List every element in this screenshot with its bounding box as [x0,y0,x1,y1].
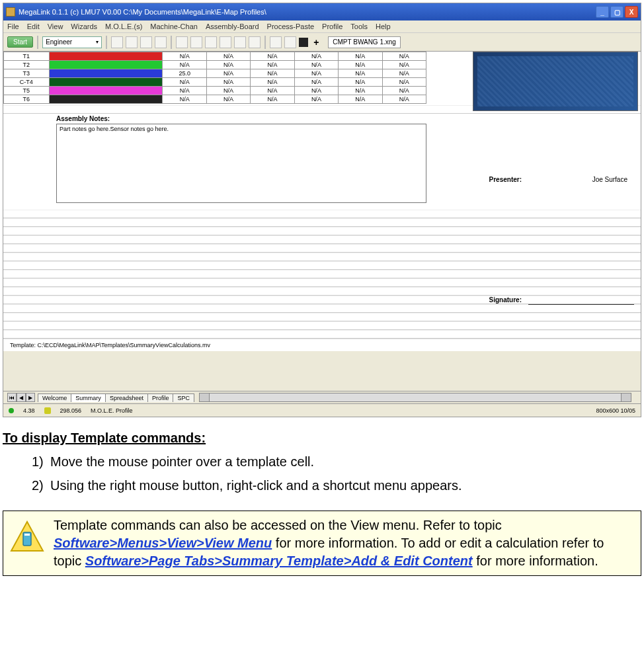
tab-spc[interactable]: SPC [173,393,194,402]
data-cell[interactable]: N/A [251,95,294,104]
toolbar-icon[interactable] [284,36,296,48]
data-cell[interactable]: N/A [163,78,206,87]
data-cell[interactable]: N/A [163,61,206,69]
tab-summary[interactable]: Summary [71,393,106,402]
menu-machine[interactable]: Machine-Chan [150,22,198,30]
menu-moles[interactable]: M.O.L.E.(s) [105,22,142,30]
data-cell[interactable]: 25.0 [163,69,206,78]
data-cell[interactable]: N/A [163,95,206,104]
data-cell[interactable]: N/A [294,69,338,78]
user-combo[interactable]: Engineer [42,36,102,48]
close-button[interactable]: X [625,6,638,18]
toolbar-icon[interactable] [220,36,231,48]
data-cell[interactable]: N/A [339,61,382,69]
data-cell[interactable]: N/A [339,78,382,87]
data-cell[interactable]: N/A [382,95,426,104]
toolbar-icon[interactable] [190,36,202,48]
toolbar-icon[interactable] [111,36,123,48]
menu-assembly[interactable]: Assembly-Board [206,22,259,30]
toolbar-icon[interactable] [140,36,152,48]
table-row[interactable]: T2N/AN/AN/AN/AN/AN/A [4,61,426,69]
tab-welcome[interactable]: Welcome [38,393,71,402]
tab-spreadsheet[interactable]: Spreadsheet [105,393,148,402]
data-cell[interactable]: N/A [206,95,250,104]
data-cell[interactable]: N/A [382,52,426,61]
data-cell[interactable]: N/A [206,52,250,61]
menu-wizards[interactable]: Wizards [71,22,97,30]
filename-field[interactable]: CMPT BWANG 1.xng [328,36,401,48]
toolbar-separator [171,36,172,49]
row-number: C-T4 [4,78,50,87]
tab-next-button[interactable]: ▶ [26,393,35,402]
data-cell[interactable]: N/A [294,78,338,87]
start-button[interactable]: Start [7,36,33,48]
data-cell[interactable]: N/A [294,61,338,69]
toolbar-icon[interactable] [205,36,217,48]
menu-process[interactable]: Process-Paste [267,22,315,30]
toolbar-icon[interactable] [155,36,167,48]
table-row[interactable]: T5N/AN/AN/AN/AN/AN/A [4,87,426,95]
presenter-label: Presenter: [489,176,522,183]
data-cell[interactable]: N/A [251,78,294,87]
empty-grid-rows-2 [3,351,641,391]
data-cell[interactable]: N/A [294,52,338,61]
status-value-1: 4.38 [23,407,35,414]
horizontal-scrollbar[interactable] [199,393,631,402]
menu-view[interactable]: View [48,22,63,30]
data-cell[interactable]: N/A [382,69,426,78]
data-cell[interactable]: N/A [251,52,294,61]
toolbar-icon[interactable] [176,36,188,48]
status-resolution: 800x600 10/05 [596,407,635,414]
instructions-heading: To display Template commands: [3,430,641,446]
toolbar-icon[interactable] [270,36,282,48]
data-cell[interactable]: N/A [294,95,338,104]
data-cell[interactable]: N/A [339,52,382,61]
content-area: T1N/AN/AN/AN/AN/AN/AT2N/AN/AN/AN/AN/AN/A… [3,52,641,391]
data-cell[interactable]: N/A [251,61,294,69]
tab-first-button[interactable]: ⏮ [7,393,17,402]
data-cell[interactable]: N/A [294,87,338,95]
data-cell[interactable]: N/A [206,61,250,69]
data-cell[interactable]: N/A [206,69,250,78]
data-cell[interactable]: N/A [339,87,382,95]
data-cell[interactable]: N/A [339,95,382,104]
link-add-edit-content[interactable]: Software>Page Tabs>Summary Template>Add … [85,554,473,568]
black-square-icon[interactable] [299,38,308,47]
maximize-button[interactable]: ▢ [610,6,624,18]
plus-icon[interactable]: + [311,37,321,48]
instructions-list: 1)Move the mouse pointer over a template… [3,451,641,496]
toolbar-icon[interactable] [126,36,138,48]
table-row[interactable]: C-T4N/AN/AN/AN/AN/AN/A [4,78,426,87]
table-row[interactable]: T1N/AN/AN/AN/AN/AN/A [4,52,426,61]
toolbar: Start Engineer + CMPT BWANG 1.xng [3,33,641,52]
data-cell[interactable]: N/A [339,69,382,78]
assembly-notes-textarea[interactable]: Part notes go here.Sensor notes go here. [56,124,426,203]
tab-profile[interactable]: Profile [147,393,174,402]
toolbar-icon[interactable] [249,36,261,48]
toolbar-separator [106,36,107,49]
tab-prev-button[interactable]: ◀ [17,393,26,402]
data-cell[interactable]: N/A [382,87,426,95]
row-number: T3 [4,69,50,78]
row-color-swatch [49,52,163,61]
menu-help[interactable]: Help [376,22,391,30]
assembly-notes-header: Assembly Notes: [3,114,641,124]
data-cell[interactable]: N/A [251,69,294,78]
data-cell[interactable]: N/A [163,52,206,61]
link-view-menu[interactable]: Software>Menus>View>View Menu [54,536,272,550]
data-cell[interactable]: N/A [163,87,206,95]
data-cell[interactable]: N/A [382,61,426,69]
table-row[interactable]: T325.0N/AN/AN/AN/AN/A [4,69,426,78]
data-cell[interactable]: N/A [206,78,250,87]
toolbar-icon[interactable] [234,36,246,48]
menu-bar: File Edit View Wizards M.O.L.E.(s) Machi… [3,20,641,33]
menu-profile[interactable]: Profile [322,22,342,30]
minimize-button[interactable]: _ [596,6,609,18]
data-cell[interactable]: N/A [382,78,426,87]
table-row[interactable]: T6N/AN/AN/AN/AN/AN/A [4,95,426,104]
menu-file[interactable]: File [7,22,19,30]
menu-tools[interactable]: Tools [350,22,368,30]
data-cell[interactable]: N/A [251,87,294,95]
data-cell[interactable]: N/A [206,87,250,95]
menu-edit[interactable]: Edit [27,22,40,30]
